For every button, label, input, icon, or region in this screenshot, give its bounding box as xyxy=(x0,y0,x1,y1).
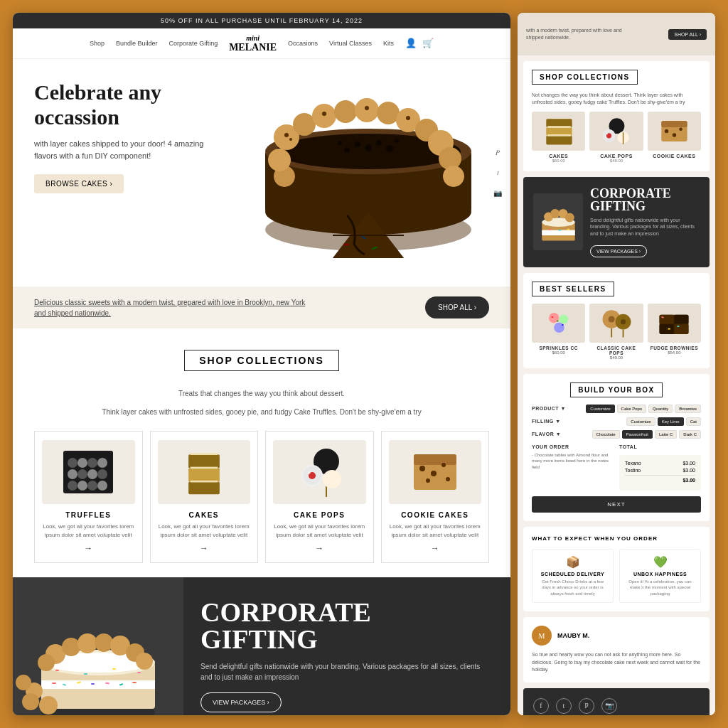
rp-bestsellers-title: BEST SELLERS xyxy=(532,282,614,296)
cookiecakes-image xyxy=(389,440,482,504)
rp-filling-chip-2[interactable]: Cat xyxy=(686,417,701,426)
rp-filling-row: FILLING ▼ Customize Key Lime Cat xyxy=(532,417,701,426)
rp-filling-chip-0[interactable]: Customize xyxy=(626,417,655,426)
rp-item-cakes[interactable]: CAKES $60.00 xyxy=(532,112,585,163)
nav-shop[interactable]: Shop xyxy=(90,40,105,47)
rp-bs-brownies[interactable]: FUDGE BROWNIES $54.00 xyxy=(648,304,701,360)
delivery-icon: 📦 xyxy=(538,555,607,569)
nav-bundle-builder[interactable]: Bundle Builder xyxy=(116,40,158,47)
corporate-cake-image xyxy=(13,577,183,715)
svg-rect-54 xyxy=(191,453,218,455)
rp-total-row-final: $3.00 xyxy=(625,475,695,483)
instagram-icon[interactable]: 📷 xyxy=(491,186,505,200)
footer-pinterest-icon[interactable]: P xyxy=(579,698,594,714)
rp-product-chip-1[interactable]: Cake Pops xyxy=(617,405,646,413)
rp-flavor-chip-3[interactable]: Dark C xyxy=(679,430,701,439)
cookiecakes-arrow[interactable]: → xyxy=(389,543,482,554)
nav-corporate-gifting[interactable]: Corporate Gifting xyxy=(169,40,218,47)
rp-filling-label: FILLING ▼ xyxy=(532,419,561,424)
footer-instagram-icon[interactable]: 📷 xyxy=(601,698,617,714)
rp-filling-chip-1[interactable]: Key Lime xyxy=(658,417,684,426)
svg-rect-97 xyxy=(546,136,572,145)
cart-icon[interactable]: 🛒 xyxy=(422,38,434,49)
footer-twitter-icon[interactable]: t xyxy=(556,698,572,714)
rp-hero: with a modern twist, prepared with love … xyxy=(518,13,715,55)
nav-logo[interactable]: mini MELANIE xyxy=(229,34,277,53)
rp-item-cookiecakes[interactable]: COOKIE CAKES xyxy=(648,112,701,163)
rp-next-button[interactable]: NEXT xyxy=(532,496,701,513)
cakes-arrow[interactable]: → xyxy=(158,543,251,554)
logo-main: MELANIE xyxy=(229,42,277,53)
svg-point-38 xyxy=(77,458,87,468)
collection-card-truffles[interactable]: TRUFFLES Look, we got all your favorites… xyxy=(34,431,143,562)
svg-rect-50 xyxy=(188,468,220,481)
rp-bs-cakepops[interactable]: CLASSIC CAKE POPS $49.00 xyxy=(589,304,643,360)
rp-flavor-chip-0[interactable]: Chocolate xyxy=(592,430,620,439)
truffles-arrow[interactable]: → xyxy=(42,543,135,554)
rp-bs-brownies-price: $54.00 xyxy=(648,350,701,355)
rp-product-chip-3[interactable]: Brownies xyxy=(675,405,701,413)
svg-point-65 xyxy=(431,471,437,476)
collection-card-cakes[interactable]: CAKES Look, we got all your favorites lo… xyxy=(150,431,259,562)
svg-point-40 xyxy=(97,458,107,468)
svg-point-67 xyxy=(426,478,430,483)
svg-rect-79 xyxy=(132,682,136,683)
svg-point-37 xyxy=(68,458,77,468)
twitter-icon[interactable]: 𝑡 xyxy=(491,166,505,180)
svg-point-8 xyxy=(386,145,393,152)
view-packages-button[interactable]: VIEW PACKAGES › xyxy=(200,692,282,712)
svg-point-5 xyxy=(365,144,372,151)
rp-expect-happiness: 💚 UNBOX HAPPINESS Open it! At a celebrat… xyxy=(619,549,701,603)
rp-order-label: YOUR ORDER xyxy=(532,444,614,449)
rp-build-box-section: BUILD YOUR BOX PRODUCT ▼ Customize Cake … xyxy=(523,374,710,521)
rp-view-packages-btn[interactable]: VIEW PACKAGES › xyxy=(590,245,647,257)
collection-card-cookiecakes[interactable]: COOKIE CAKES Look, we got all your favor… xyxy=(381,431,490,562)
rp-product-chip-0[interactable]: Customize xyxy=(586,405,614,413)
collection-card-cakepops[interactable]: CAKE POPS Look, we got all your favorite… xyxy=(265,431,374,562)
rp-footer-social: f t P 📷 xyxy=(533,698,700,714)
shop-all-button[interactable]: SHOP ALL › xyxy=(425,296,489,318)
rp-shop-all-btn[interactable]: SHOP ALL › xyxy=(668,29,707,40)
rp-total-final-value: $3.00 xyxy=(682,478,695,483)
svg-rect-100 xyxy=(547,134,571,136)
hero-text: Celebrate any occassion with layer cakes… xyxy=(34,80,205,193)
svg-rect-33 xyxy=(343,244,349,245)
svg-rect-73 xyxy=(52,682,56,684)
nav-occasions[interactable]: Occasions xyxy=(288,40,318,47)
svg-point-117 xyxy=(550,209,560,218)
svg-rect-121 xyxy=(558,229,561,230)
browse-cakes-button[interactable]: BROWSE CAKES › xyxy=(34,174,124,193)
rp-product-options: Customize Cake Pops Quantity Brownies xyxy=(586,405,701,413)
rp-flavor-chip-1[interactable]: Passionfruit xyxy=(622,430,653,439)
svg-point-133 xyxy=(621,319,626,324)
rp-corporate-section: CORPORATE GIFTING Send delightful gifts … xyxy=(523,177,710,267)
truffles-desc: Look, we got all your favorites lorem ip… xyxy=(42,523,135,538)
right-scroll[interactable]: with a modern twist, prepared with love … xyxy=(518,13,715,715)
svg-point-124 xyxy=(549,313,560,323)
rp-hero-text: with a modern twist, prepared with love … xyxy=(526,27,633,41)
nav-kits[interactable]: Kits xyxy=(383,40,394,47)
rp-bs-sprinkles[interactable]: SPRINKLES CC $60.00 xyxy=(532,304,585,360)
svg-point-27 xyxy=(322,112,326,116)
pinterest-icon[interactable]: 𝑃 xyxy=(491,146,505,160)
rp-product-chip-2[interactable]: Quantity xyxy=(648,405,673,413)
svg-point-11 xyxy=(338,141,342,145)
footer-facebook-icon[interactable]: f xyxy=(533,698,549,714)
cakepops-arrow[interactable]: → xyxy=(273,543,366,554)
rp-total-row-0: Texano $3.00 xyxy=(625,461,695,466)
svg-rect-51 xyxy=(188,454,220,468)
rp-corporate-content: CORPORATE GIFTING Send delightful gifts … xyxy=(590,187,700,257)
svg-rect-109 xyxy=(662,121,687,127)
rp-flavor-options: Chocolate Passionfruit Latte C Dark C xyxy=(592,430,701,439)
user-icon[interactable]: 👤 xyxy=(405,38,417,49)
rp-flavor-chip-2[interactable]: Latte C xyxy=(655,430,677,439)
rp-collections-title: SHOP COLLECTIONS xyxy=(532,70,638,85)
svg-point-125 xyxy=(559,315,568,324)
cake-svg xyxy=(247,59,489,287)
rp-bs-cakepops-price: $49.00 xyxy=(589,355,643,360)
nav-virtual-classes[interactable]: Virtual Classes xyxy=(329,40,372,47)
rp-filling-options: Customize Key Lime Cat xyxy=(626,417,701,426)
svg-point-58 xyxy=(323,470,341,488)
rp-item-cakepops[interactable]: CAKE POPS $49.00 xyxy=(589,112,643,163)
svg-rect-139 xyxy=(660,325,674,335)
